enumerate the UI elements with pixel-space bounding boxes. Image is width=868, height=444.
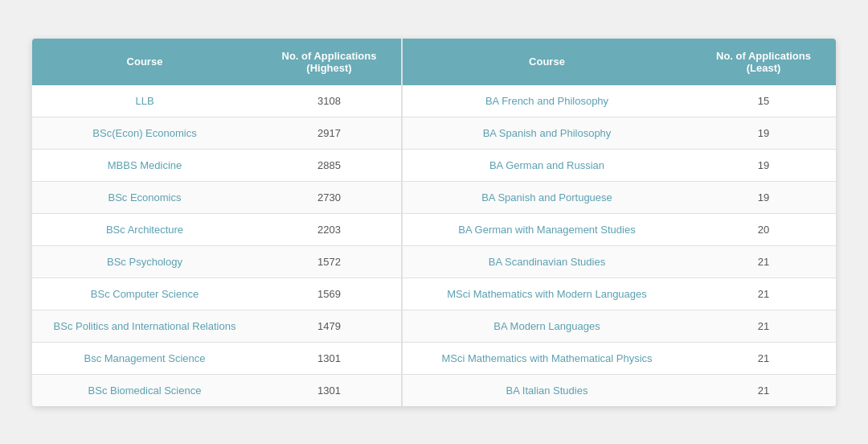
apps-high-cell: 1569: [257, 278, 402, 310]
column-header-3: No. of Applications (Least): [691, 39, 836, 85]
apps-high-cell: 2917: [257, 117, 402, 149]
column-header-0: Course: [32, 39, 257, 85]
table-row: MBBS Medicine2885BA German and Russian19: [32, 149, 836, 181]
table-row: BSc Biomedical Science1301BA Italian Stu…: [32, 374, 836, 406]
course-left-cell: BSc Politics and International Relations: [32, 310, 257, 342]
course-left-cell: BSc Computer Science: [32, 278, 257, 310]
apps-low-cell: 21: [691, 310, 836, 342]
apps-low-cell: 21: [691, 374, 836, 406]
course-left-cell: MBBS Medicine: [32, 149, 257, 181]
apps-low-cell: 21: [691, 245, 836, 278]
course-right-cell: BA German with Management Studies: [402, 213, 691, 245]
apps-high-cell: 1301: [257, 374, 402, 406]
apps-low-cell: 21: [691, 278, 836, 310]
apps-high-cell: 2203: [257, 213, 402, 245]
course-right-cell: BA Spanish and Portuguese: [402, 181, 691, 213]
table-row: BSc Economics2730BA Spanish and Portugue…: [32, 181, 836, 213]
apps-low-cell: 21: [691, 342, 836, 374]
course-right-cell: BA Scandinavian Studies: [402, 245, 691, 278]
table-row: LLB3108BA French and Philosophy15: [32, 85, 836, 117]
table-row: BSc(Econ) Economics2917BA Spanish and Ph…: [32, 117, 836, 149]
apps-low-cell: 20: [691, 213, 836, 245]
course-right-cell: MSci Mathematics with Modern Languages: [402, 278, 691, 310]
course-right-cell: BA Italian Studies: [402, 374, 691, 406]
course-left-cell: Bsc Management Science: [32, 342, 257, 374]
table-row: BSc Politics and International Relations…: [32, 310, 836, 342]
apps-low-cell: 19: [691, 117, 836, 149]
apps-high-cell: 2885: [257, 149, 402, 181]
table-row: BSc Architecture2203BA German with Manag…: [32, 213, 836, 245]
data-table: CourseNo. of Applications (Highest)Cours…: [32, 39, 836, 406]
table-row: BSc Psychology1572BA Scandinavian Studie…: [32, 245, 836, 278]
course-left-cell: BSc Economics: [32, 181, 257, 213]
course-left-cell: BSc Biomedical Science: [32, 374, 257, 406]
course-right-cell: BA Spanish and Philosophy: [402, 117, 691, 149]
course-left-cell: LLB: [32, 85, 257, 117]
course-right-cell: BA German and Russian: [402, 149, 691, 181]
table-row: Bsc Management Science1301MSci Mathemati…: [32, 342, 836, 374]
apps-high-cell: 1479: [257, 310, 402, 342]
apps-low-cell: 15: [691, 85, 836, 117]
apps-low-cell: 19: [691, 149, 836, 181]
course-left-cell: BSc Psychology: [32, 245, 257, 278]
apps-high-cell: 3108: [257, 85, 402, 117]
column-header-2: Course: [402, 39, 691, 85]
course-left-cell: BSc Architecture: [32, 213, 257, 245]
apps-high-cell: 2730: [257, 181, 402, 213]
course-right-cell: BA Modern Languages: [402, 310, 691, 342]
apps-high-cell: 1301: [257, 342, 402, 374]
table-row: BSc Computer Science1569MSci Mathematics…: [32, 278, 836, 310]
column-header-1: No. of Applications (Highest): [257, 39, 402, 85]
course-left-cell: BSc(Econ) Economics: [32, 117, 257, 149]
course-right-cell: MSci Mathematics with Mathematical Physi…: [402, 342, 691, 374]
course-right-cell: BA French and Philosophy: [402, 85, 691, 117]
apps-low-cell: 19: [691, 181, 836, 213]
apps-high-cell: 1572: [257, 245, 402, 278]
